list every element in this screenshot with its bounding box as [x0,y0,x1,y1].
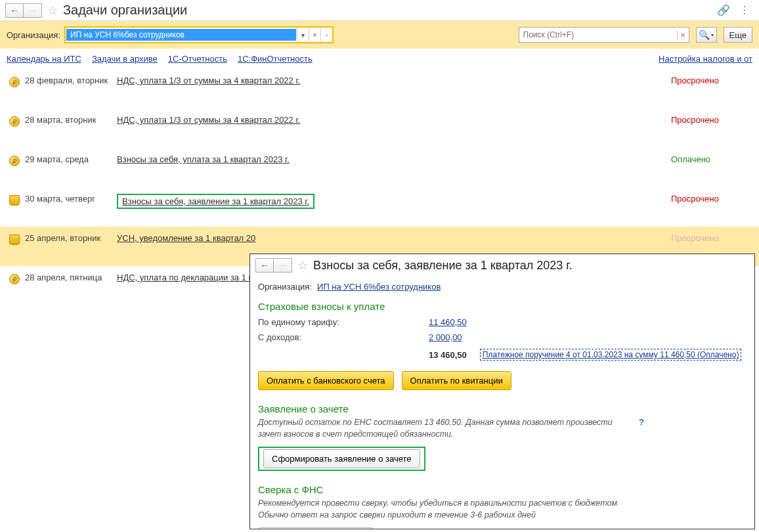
detail-title: Взносы за себя, заявление за 1 квартал 2… [313,259,573,273]
filter-bar: Организация: ИП на УСН 6%без сотрудников… [0,21,759,49]
coin-icon: ₽ [9,116,20,127]
task-link[interactable]: Взносы за себя, уплата за 1 квартал 2023… [117,154,290,164]
task-row[interactable]: ₽ 28 марта, вторник НДС, уплата 1/3 от с… [0,108,759,148]
section-contributions: Страховые взносы к уплате [258,294,747,315]
link-1c-finreport[interactable]: 1С:ФинОтчетность [238,54,313,64]
link-taxes-settings[interactable]: Настройка налогов и от [659,54,752,64]
detail-panel: ← → ☆ Взносы за себя, заявление за 1 ква… [249,254,755,529]
section-offset: Заявление о зачете [258,397,747,417]
task-status: Просрочено [671,76,750,85]
task-status: Просрочено [671,194,750,204]
org-label: Организация: [7,30,60,40]
favorite-star-icon[interactable]: ☆ [47,3,58,18]
page-header: ← → ☆ Задачи организации 🔗 ⋮ [0,0,759,21]
page-title: Задачи организации [63,3,187,18]
task-link[interactable]: Взносы за себя, заявление за 1 квартал 2… [122,196,309,206]
row-tariff-label: По единому тарифу: [258,317,429,327]
search-box: × [519,27,689,43]
total-amount: 13 460,50 [429,350,467,360]
org-select-clear-icon[interactable]: × [309,28,320,42]
offset-note: Доступный остаток по ЕНС составляет 13 4… [258,417,626,440]
org-select[interactable]: ИП на УСН 6%без сотрудников ▾ × ▫ [64,26,334,43]
more-vert-icon[interactable]: ⋮ [739,4,750,16]
task-status: Просрочено [671,233,750,243]
task-row[interactable]: ₽ 28 февраля, вторник НДС, уплата 1/3 от… [0,69,759,108]
task-status: Просрочено [671,115,750,125]
row-tariff-value[interactable]: 11 460,50 [429,317,467,327]
coin-icon: ₽ [9,77,20,87]
search-input[interactable] [519,29,677,41]
fns-note-2: Обычно ответ на запрос сверки приходит в… [258,510,747,521]
task-link[interactable]: УСН, уведомление за 1 квартал 20 [117,233,255,243]
org-select-open-icon[interactable]: ▫ [320,28,332,42]
detail-org-label: Организация: [258,282,312,292]
task-date: 30 марта, четверг [25,194,117,204]
request-fns-button[interactable]: Запросить сверку с ФНС [258,527,373,529]
detail-nav-back-button[interactable]: ← [255,258,274,273]
task-row[interactable]: 30 марта, четверг Взносы за себя, заявле… [0,187,759,227]
link-1c-report[interactable]: 1С-Отчетность [168,54,227,64]
pay-receipt-button[interactable]: Оплатить по квитанции [402,371,511,390]
org-select-dropdown-icon[interactable]: ▾ [297,28,309,42]
create-offset-button[interactable]: Сформировать заявление о зачете [263,449,420,468]
task-date: 29 марта, среда [25,154,117,164]
task-date: 28 февраля, вторник [25,76,117,85]
section-fns: Сверка с ФНС [258,477,747,498]
search-button[interactable]: 🔍 ▾ [696,27,717,43]
task-date: 28 марта, вторник [25,115,117,125]
task-status: Оплачено [671,154,750,164]
shield-icon [9,195,20,206]
nav-back-button[interactable]: ← [5,3,24,18]
task-date: 25 апреля, вторник [25,233,117,243]
help-icon[interactable]: ? [639,417,644,427]
fns-note-1: Рекомендуется провести сверку, чтобы убе… [258,498,747,510]
pay-bank-button[interactable]: Оплатить с банковского счета [258,371,394,390]
coin-icon: ₽ [9,274,20,284]
link-its[interactable]: Календарь на ИТС [7,54,81,64]
task-row[interactable]: ₽ 29 марта, среда Взносы за себя, уплата… [0,148,759,187]
nav-forward-button[interactable]: → [24,3,42,18]
shield-icon [9,234,20,245]
task-link[interactable]: НДС, уплата 1/3 от суммы за 4 квартал 20… [117,115,300,125]
detail-favorite-star-icon[interactable]: ☆ [297,258,308,273]
task-link[interactable]: НДС, уплата 1/3 от суммы за 4 квартал 20… [117,76,300,85]
detail-nav-forward-button[interactable]: → [274,258,292,273]
task-date: 28 апреля, пятница [25,273,117,282]
coin-icon: ₽ [9,156,20,166]
links-bar: Календарь на ИТС Задачи в архиве 1С-Отче… [0,49,759,69]
link-archive[interactable]: Задачи в архиве [92,54,158,64]
payment-order-link[interactable]: Платежное поручение 4 от 01.03.2023 на с… [480,349,742,361]
link-icon[interactable]: 🔗 [717,4,730,16]
detail-org-link[interactable]: ИП на УСН 6%без сотрудников [317,282,441,292]
search-clear-icon[interactable]: × [677,30,689,40]
search-dropdown-icon[interactable]: ▾ [711,32,714,38]
org-select-value: ИП на УСН 6%без сотрудников [66,29,296,41]
task-link[interactable]: НДС, уплата по декларации за 1 к [117,273,252,282]
detail-header: ← → ☆ Взносы за себя, заявление за 1 ква… [250,257,754,277]
magnifier-icon: 🔍 [699,30,710,40]
more-button[interactable]: Еще [724,27,752,43]
row-income-value[interactable]: 2 000,00 [429,332,462,342]
row-income-label: С доходов: [258,332,429,342]
